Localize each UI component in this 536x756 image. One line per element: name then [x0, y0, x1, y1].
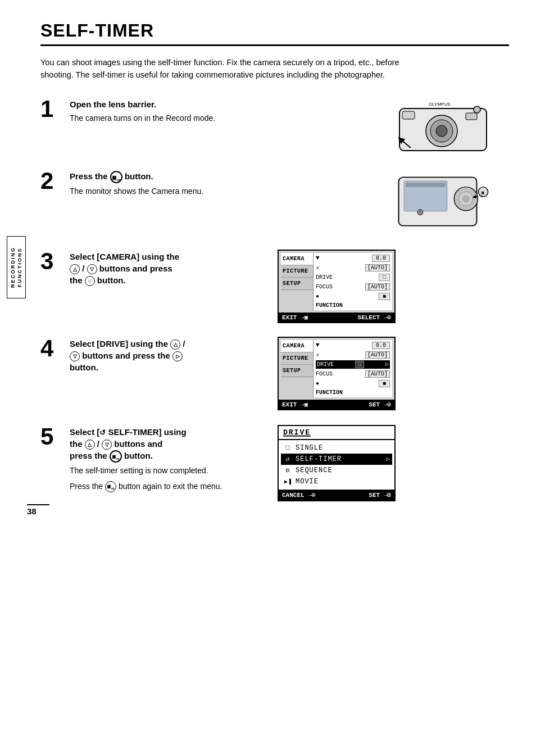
- drive-item-self-timer: ↺ SELF-TIMER ▷: [281, 454, 392, 465]
- step-3-content: Select [CAMERA] using the △ / ▽ buttons …: [70, 250, 272, 288]
- camera-top-diagram: OLYMPUS: [388, 97, 501, 159]
- menu-footer-step3: EXIT →▣ SELECT →⊙: [279, 313, 394, 322]
- svg-rect-5: [466, 113, 477, 120]
- step-1-desc: The camera turns on in the Record mode.: [70, 112, 373, 125]
- drive-item-sequence: ⊟ SEQUENCE: [283, 465, 390, 476]
- step-5-desc: The self-timer setting is now completed.: [70, 465, 265, 477]
- step-4-title: Select [DRIVE] using the △ / ▽ buttons a…: [70, 338, 265, 373]
- drive-menu-footer: CANCEL →⊙ SET →⊞: [279, 490, 394, 500]
- step-3: 3 Select [CAMERA] using the △ / ▽ button…: [40, 250, 509, 323]
- sidebar-label: RECORDING FUNCTIONS: [7, 236, 26, 298]
- camera-menu-screen: CAMERA PICTURE SETUP ▼0.0 ⚡[AUTO]: [278, 250, 396, 323]
- menu-footer-step4: EXIT →▣ SET →⊙: [279, 400, 394, 409]
- step-2-title: Press the ▣ok button.: [70, 170, 373, 183]
- svg-point-14: [463, 196, 470, 202]
- step-5-title: Select [↺ SELF-TIMER] using the △ / ▽ bu…: [70, 426, 265, 463]
- svg-text:▣: ▣: [481, 191, 485, 194]
- step-4-content: Select [DRIVE] using the △ / ▽ buttons a…: [70, 337, 272, 375]
- step-5-content: Select [↺ SELF-TIMER] using the △ / ▽ bu…: [70, 425, 272, 492]
- svg-text:ok: ok: [480, 195, 483, 198]
- svg-rect-4: [402, 111, 415, 119]
- page-content: RECORDING FUNCTIONS SELF-TIMER You can s…: [0, 0, 536, 532]
- step-2-content: Press the ▣ok button. The monitor shows …: [70, 169, 380, 198]
- step-3-number: 3: [40, 250, 70, 273]
- step-1-image: OLYMPUS: [380, 97, 509, 159]
- step-2-image: ▣ ok: [380, 169, 509, 234]
- step-1-number: 1: [40, 97, 70, 121]
- step-4: 4 Select [DRIVE] using the △ / ▽ buttons…: [40, 337, 509, 410]
- steps-container: 1 Open the lens barrier. The camera turn…: [40, 97, 509, 511]
- drive-menu-title: DRIVE: [279, 426, 394, 440]
- step-2: 2 Press the ▣ok button. The monitor show…: [40, 169, 509, 234]
- svg-text:OLYMPUS: OLYMPUS: [429, 102, 451, 107]
- step-4-image: CAMERA PICTURE SETUP ▼0.0 ⚡[AUTO]: [272, 337, 401, 410]
- svg-rect-11: [406, 183, 446, 187]
- intro-paragraph: You can shoot images using the self-time…: [40, 56, 423, 82]
- step-2-number: 2: [40, 169, 70, 193]
- step-3-image: CAMERA PICTURE SETUP ▼0.0 ⚡[AUTO]: [272, 250, 401, 323]
- svg-point-19: [417, 210, 423, 215]
- drive-submenu-screen: DRIVE □ SINGLE ↺ SELF-TIMER ▷: [278, 425, 396, 501]
- step-5: 5 Select [↺ SELF-TIMER] using the △ / ▽ …: [40, 425, 509, 501]
- step-3-title: Select [CAMERA] using the △ / ▽ buttons …: [70, 251, 265, 286]
- svg-point-6: [474, 106, 480, 113]
- step-1: 1 Open the lens barrier. The camera turn…: [40, 97, 509, 159]
- step-1-content: Open the lens barrier. The camera turns …: [70, 97, 380, 125]
- svg-point-3: [436, 125, 447, 137]
- step-4-number: 4: [40, 337, 70, 360]
- step-5-number: 5: [40, 425, 70, 449]
- step-2-desc: The monitor shows the Camera menu.: [70, 185, 373, 198]
- drive-select-menu-screen: CAMERA PICTURE SETUP ▼0.0 ⚡[AUTO]: [278, 337, 396, 410]
- drive-item-single: □ SINGLE: [283, 442, 390, 454]
- page-title: SELF-TIMER: [40, 20, 509, 46]
- step-5-desc2: Press the ▣ok button again to exit the m…: [70, 481, 265, 492]
- page-number: 38: [27, 504, 49, 516]
- drive-item-movie: ▶▐ MOVIE: [283, 476, 390, 487]
- step-5-image: DRIVE □ SINGLE ↺ SELF-TIMER ▷: [272, 425, 401, 501]
- step-1-title: Open the lens barrier.: [70, 98, 373, 110]
- camera-side-diagram: ▣ ok: [388, 169, 501, 234]
